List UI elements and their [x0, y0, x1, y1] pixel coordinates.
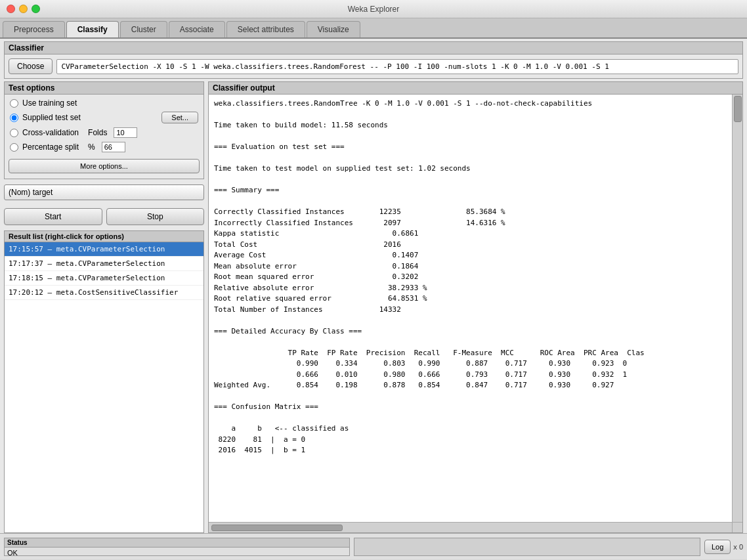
vertical-scrollbar[interactable] [732, 95, 742, 522]
radio-crossval-label: Cross-validation [22, 128, 79, 137]
scroll-thumb-v[interactable] [734, 96, 742, 122]
close-button[interactable] [7, 5, 15, 13]
folds-input[interactable] [114, 127, 137, 138]
minimize-button[interactable] [19, 5, 28, 13]
radio-use-training-row: Use training set [10, 98, 198, 108]
radio-percent-row: Percentage split % [10, 142, 198, 152]
right-panel: Classifier output weka.classifiers.trees… [208, 81, 743, 533]
progress-bar [354, 538, 700, 556]
log-button[interactable]: Log [704, 540, 731, 554]
tab-preprocess[interactable]: Preprocess [3, 21, 65, 37]
scroll-corner [732, 523, 742, 532]
radio-supplied-label: Supplied test set [22, 113, 81, 122]
radio-use-training-label: Use training set [22, 98, 77, 108]
hscroll-track [209, 523, 732, 532]
output-wrapper: weka.classifiers.trees.RandomTree -K 0 -… [209, 95, 742, 532]
radio-group: Use training set Supplied test set Set..… [5, 95, 203, 156]
main-panels: Test options Use training set Supplied t… [0, 81, 747, 533]
output-content[interactable]: weka.classifiers.trees.RandomTree -K 0 -… [209, 95, 732, 522]
window-controls [7, 5, 40, 13]
result-item-2[interactable]: 17:18:15 – meta.CVParameterSelection [5, 271, 203, 286]
status-value: OK [5, 548, 349, 558]
maximize-button[interactable] [32, 5, 40, 13]
radio-supplied[interactable] [10, 114, 18, 122]
result-list-section: Result list (right-click for options) 17… [4, 230, 204, 533]
result-item-3[interactable]: 17:20:12 – meta.CostSensitiveClassifier [5, 286, 203, 300]
folds-label: Folds [88, 128, 107, 137]
window-content: Classifier Choose CVParameterSelection -… [0, 39, 747, 559]
status-label: Status [5, 538, 349, 548]
scroll-thumb-h[interactable] [211, 525, 343, 531]
result-list-header: Result list (right-click for options) [5, 231, 203, 242]
hscroll-area [209, 522, 742, 532]
percent-symbol: % [88, 142, 95, 152]
tab-select-attributes[interactable]: Select attributes [226, 21, 305, 37]
radio-supplied-row: Supplied test set Set... [10, 112, 198, 123]
target-select[interactable]: (Nom) target [4, 184, 204, 200]
x0-label: x 0 [733, 543, 743, 551]
tab-visualize[interactable]: Visualize [307, 21, 360, 37]
output-header: Classifier output [209, 82, 742, 95]
tab-bar: Preprocess Classify Cluster Associate Se… [0, 18, 747, 39]
radio-crossval[interactable] [10, 129, 18, 137]
tab-classify[interactable]: Classify [66, 21, 119, 37]
status-bar: Status OK Log x 0 [0, 533, 747, 559]
radio-crossval-row: Cross-validation Folds [10, 127, 198, 138]
window-title: Weka Explorer [348, 5, 399, 14]
radio-percent-label: Percentage split [22, 142, 79, 152]
left-panel: Test options Use training set Supplied t… [4, 81, 204, 533]
set-button[interactable]: Set... [161, 112, 198, 123]
target-row: (Nom) target [4, 182, 204, 203]
result-item-0[interactable]: 17:15:57 – meta.CVParameterSelection [5, 242, 203, 257]
start-button[interactable]: Start [4, 208, 102, 225]
radio-use-training[interactable] [10, 99, 18, 108]
choose-button[interactable]: Choose [9, 58, 53, 74]
classifier-command: CVParameterSelection -X 10 -S 1 -W weka.… [56, 59, 738, 74]
stop-button[interactable]: Stop [106, 208, 205, 225]
test-options-section: Test options Use training set Supplied t… [4, 81, 204, 179]
more-options-button[interactable]: More options... [9, 159, 200, 173]
classifier-section: Classifier Choose CVParameterSelection -… [4, 41, 743, 79]
classifier-row: Choose CVParameterSelection -X 10 -S 1 -… [5, 54, 742, 78]
classifier-header: Classifier [5, 42, 742, 54]
title-bar: Weka Explorer [0, 0, 747, 18]
tab-cluster[interactable]: Cluster [120, 21, 167, 37]
action-row: Start Stop [4, 208, 204, 225]
tab-associate[interactable]: Associate [169, 21, 225, 37]
result-list: 17:15:57 – meta.CVParameterSelection 17:… [5, 242, 203, 532]
status-section: Status OK [4, 538, 350, 556]
status-right: Log x 0 [704, 540, 743, 554]
test-options-header: Test options [5, 82, 203, 95]
percent-input[interactable] [102, 142, 125, 152]
result-item-1[interactable]: 17:17:37 – meta.CVParameterSelection [5, 257, 203, 271]
output-inner: weka.classifiers.trees.RandomTree -K 0 -… [209, 95, 742, 522]
radio-percent[interactable] [10, 143, 18, 152]
